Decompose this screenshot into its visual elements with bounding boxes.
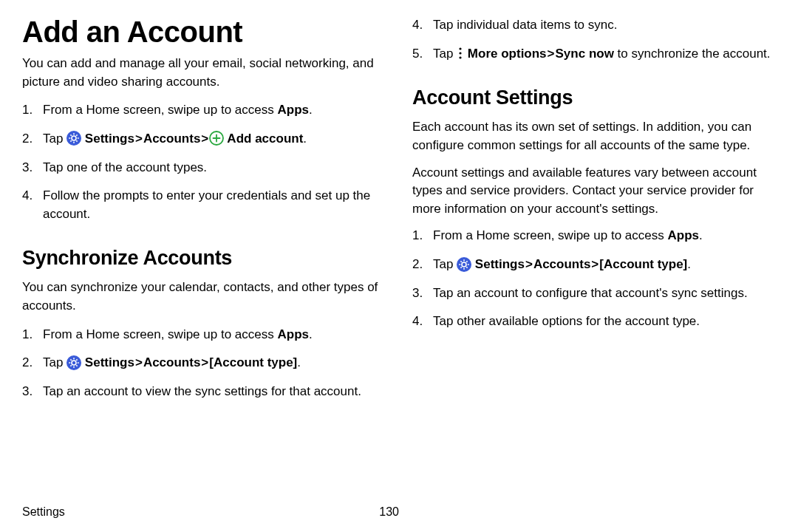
account-settings-steps: From a Home screen, swipe up to access A…: [412, 227, 776, 331]
step-item: Tap More options>Sync now to synchronize…: [412, 45, 776, 64]
svg-point-0: [66, 131, 81, 146]
section-heading: Synchronize Accounts: [22, 247, 386, 270]
two-column-layout: Add an Account You can add and manage al…: [22, 16, 776, 501]
page-title: Add an Account: [22, 16, 386, 47]
step-text: .: [309, 103, 313, 117]
bold-text: Accounts: [143, 355, 200, 369]
bold-text: [Account type]: [599, 257, 687, 271]
svg-point-7: [460, 57, 462, 59]
svg-point-5: [460, 48, 462, 50]
svg-point-8: [457, 257, 471, 272]
settings-gear-icon: [457, 257, 471, 272]
bold-text: More options: [464, 47, 546, 61]
breadcrumb-separator: >: [201, 132, 208, 146]
breadcrumb-separator: >: [201, 355, 208, 369]
footer-section: Settings: [22, 505, 65, 519]
bold-text: Add account: [224, 132, 303, 146]
step-text: Tap: [433, 47, 457, 61]
step-item: From a Home screen, swipe up to access A…: [412, 227, 776, 245]
right-column: Tap individual data items to sync. Tap M…: [412, 16, 776, 501]
step-text: .: [687, 257, 691, 271]
step-text: Tap: [433, 257, 457, 271]
more-options-icon: [457, 46, 464, 61]
step-text: .: [699, 228, 703, 242]
breadcrumb-separator: >: [548, 47, 555, 61]
bold-text: [Account type]: [209, 355, 297, 369]
step-text: Tap: [43, 355, 66, 369]
breadcrumb-separator: >: [591, 257, 598, 271]
sync-steps: From a Home screen, swipe up to access A…: [22, 326, 386, 401]
bold-text: Apps: [277, 327, 309, 341]
step-item: Tap Settings>Accounts> Add account.: [22, 130, 386, 149]
intro-text: You can add and manage all your email, s…: [22, 55, 386, 91]
bold-text: Apps: [667, 228, 699, 242]
page-footer: Settings 130: [22, 501, 399, 519]
step-item: Tap Settings>Accounts>[Account type].: [22, 354, 386, 372]
step-item: Tap other available options for the acco…: [412, 313, 776, 331]
step-item: Tap one of the account types.: [22, 159, 386, 177]
step-item: Tap Settings>Accounts>[Account type].: [412, 256, 776, 274]
footer-page-number: 130: [379, 505, 399, 519]
settings-gear-icon: [66, 355, 81, 370]
bold-text: Apps: [277, 103, 309, 117]
step-item: Tap an account to configure that account…: [412, 284, 776, 303]
breadcrumb-separator: >: [135, 132, 143, 146]
add-account-steps: From a Home screen, swipe up to access A…: [22, 101, 386, 223]
step-text: .: [297, 355, 301, 369]
svg-point-6: [460, 52, 462, 55]
breadcrumb-separator: >: [525, 257, 533, 271]
step-text: From a Home screen, swipe up to access: [43, 327, 277, 341]
step-text: From a Home screen, swipe up to access: [43, 103, 277, 117]
step-item: From a Home screen, swipe up to access A…: [22, 101, 386, 120]
step-text: .: [303, 132, 307, 146]
section-heading: Account Settings: [412, 86, 776, 109]
bold-text: Settings: [81, 132, 134, 146]
left-column: Add an Account You can add and manage al…: [22, 16, 386, 501]
body-text: Each account has its own set of settings…: [412, 118, 776, 154]
step-text: .: [309, 327, 313, 341]
step-text: to synchronize the account.: [614, 47, 771, 61]
bold-text: Sync now: [556, 47, 614, 61]
sync-steps-continued: Tap individual data items to sync. Tap M…: [412, 16, 776, 63]
bold-text: Accounts: [533, 257, 590, 271]
step-item: Follow the prompts to enter your credent…: [22, 187, 386, 223]
add-plus-icon: [209, 131, 224, 146]
bold-text: Settings: [81, 355, 134, 369]
bold-text: Accounts: [143, 132, 200, 146]
body-text: Account settings and available features …: [412, 164, 776, 219]
step-text: From a Home screen, swipe up to access: [433, 228, 667, 242]
bold-text: Settings: [471, 257, 525, 271]
step-item: From a Home screen, swipe up to access A…: [22, 326, 386, 344]
svg-point-3: [66, 355, 81, 370]
intro-text: You can synchronize your calendar, conta…: [22, 279, 386, 315]
step-item: Tap individual data items to sync.: [412, 16, 776, 35]
breadcrumb-separator: >: [135, 355, 143, 369]
settings-gear-icon: [66, 131, 81, 146]
step-item: Tap an account to view the sync settings…: [22, 383, 386, 401]
step-text: Tap: [43, 132, 66, 146]
manual-page: Add an Account You can add and manage al…: [0, 0, 798, 532]
